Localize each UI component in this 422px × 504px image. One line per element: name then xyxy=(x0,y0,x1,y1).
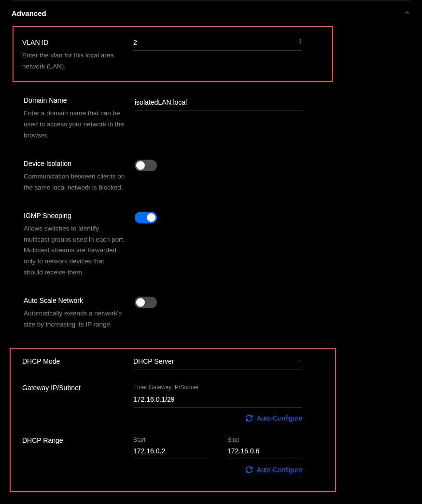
isolation-label: Device Isolation xyxy=(24,160,125,167)
range-auto-configure-button[interactable]: Auto-Configure xyxy=(133,466,302,474)
chevron-down-icon xyxy=(296,358,302,366)
auto-scale-toggle[interactable] xyxy=(135,297,157,308)
gateway-auto-configure-button[interactable]: Auto-Configure xyxy=(133,414,302,422)
dhcp-mode-value: DHCP Server xyxy=(133,357,174,365)
autoscale-desc: Automatically extends a network's size b… xyxy=(24,308,125,330)
section-title: Advanced xyxy=(12,9,46,17)
dhcp-range-start-input[interactable] xyxy=(133,446,208,459)
dhcp-range-label: DHCP Range xyxy=(22,436,124,444)
dhcp-mode-select[interactable]: DHCP Server xyxy=(133,357,302,369)
gateway-ip-input[interactable] xyxy=(133,394,302,408)
dhcp-highlight-box: DHCP Mode DHCP Server Gateway IP/Subnet xyxy=(10,348,336,492)
vlan-id-input[interactable] xyxy=(133,39,302,46)
vlan-desc: Enter the vlan for this local area netwo… xyxy=(22,50,124,72)
stepper-icon[interactable]: ▲ ▼ xyxy=(298,38,302,44)
advanced-section-header[interactable]: Advanced xyxy=(12,9,410,26)
auto-configure-label: Auto-Configure xyxy=(257,414,302,422)
igmp-label: IGMP Snooping xyxy=(24,212,125,219)
domain-desc: Enter a domain name that can be used to … xyxy=(24,108,125,141)
chevron-up-icon xyxy=(404,9,410,17)
gateway-placeholder-label: Enter Gateway IP/Subnet xyxy=(133,384,302,391)
range-start-label: Start xyxy=(133,436,208,443)
autoscale-label: Auto Scale Network xyxy=(24,297,125,304)
igmp-desc: Allows switches to identify multicast gr… xyxy=(24,223,125,279)
vlan-label: VLAN ID xyxy=(22,39,124,46)
dhcp-range-stop-input[interactable] xyxy=(227,446,302,459)
igmp-snooping-toggle[interactable] xyxy=(135,212,157,223)
refresh-icon xyxy=(245,414,253,422)
isolation-desc: Communication between clients on the sam… xyxy=(24,171,125,193)
auto-configure-label: Auto-Configure xyxy=(257,466,302,474)
domain-label: Domain Name xyxy=(24,96,125,104)
vlan-id-input-wrap[interactable]: ▲ ▼ xyxy=(133,39,302,51)
device-isolation-toggle[interactable] xyxy=(135,160,157,171)
range-stop-label: Stop xyxy=(227,436,302,443)
domain-name-input[interactable] xyxy=(135,96,304,110)
vlan-highlight-box: VLAN ID Enter the vlan for this local ar… xyxy=(13,26,333,82)
refresh-icon xyxy=(245,466,253,474)
gateway-label: Gateway IP/Subnet xyxy=(22,384,124,392)
dhcp-mode-label: DHCP Mode xyxy=(22,357,124,365)
